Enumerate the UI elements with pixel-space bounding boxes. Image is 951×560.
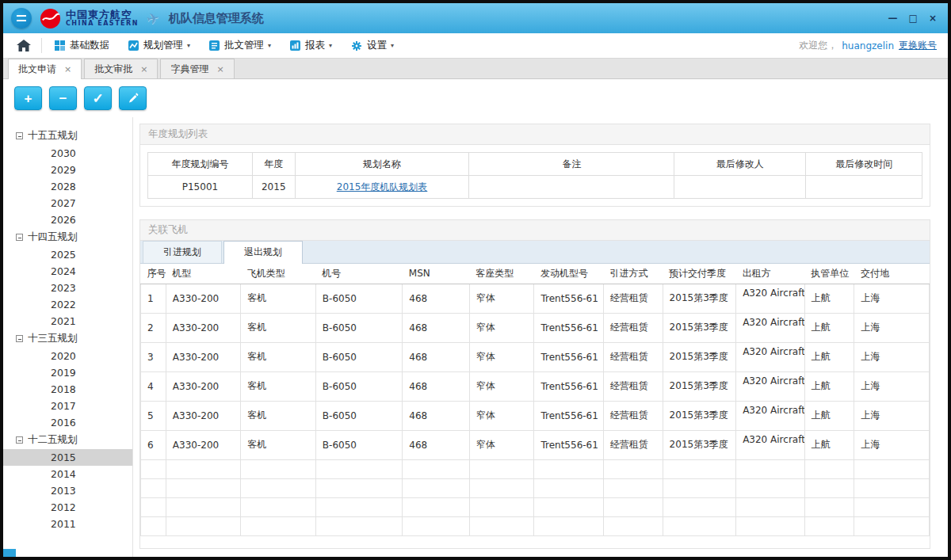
tree-item-2025[interactable]: 2025 [3,246,132,263]
tree-item-2021[interactable]: 2021 [3,313,132,330]
aircraft-row[interactable]: 5A330-200客机B-6050468窄体Trent556-61经营租赁201… [141,401,930,430]
tree-item-2014[interactable]: 2014 [3,466,132,482]
collapse-icon[interactable] [16,436,23,444]
aircraft-cell: 窄体 [469,430,534,459]
aircraft-cell: A320 Aircraft [736,342,805,371]
tree-item-2026[interactable]: 2026 [3,211,132,228]
tree-item-2022[interactable]: 2022 [3,296,132,313]
tree-item-2016[interactable]: 2016 [3,414,132,431]
menu-item-4[interactable]: 报表▾ [281,33,342,58]
aircraft-cell: 经营租赁 [603,284,663,313]
ac-col-header: 机号 [315,264,402,284]
aircraft-tabs: 引进规划退出规划 [140,241,930,264]
aircraft-cell: 上海 [854,430,930,459]
tree-item-2019[interactable]: 2019 [3,364,132,381]
close-button[interactable]: × [929,13,937,23]
add-button[interactable]: + [14,86,42,110]
aircraft-cell: 6 [141,430,166,459]
aircraft-cell: 468 [403,284,470,313]
plan-row[interactable]: P1500120152015年度机队规划表 [148,176,922,199]
menu-item-5[interactable]: 设置▾ [342,33,403,58]
tab-2[interactable]: 批文审批× [84,59,158,78]
aircraft-cell: 经营租赁 [603,313,663,342]
aircraft-panel: 关联飞机 引进规划退出规划 序号机型飞机类型机号MSN客座类型发动机型号引进方式… [139,219,930,549]
aircraft-cell: A320 Aircraft [736,313,805,342]
tree-item-2023[interactable]: 2023 [3,280,132,296]
menu-bars-icon [17,15,26,21]
ac-col-header: 机型 [166,264,241,284]
tree-group-2[interactable]: 十四五规划 [3,228,132,246]
plan-cell: 2015年度机队规划表 [295,176,469,199]
close-icon[interactable]: × [64,65,71,74]
aircraft-cell: 窄体 [469,313,534,342]
switch-account-link[interactable]: 更换账号 [899,39,937,52]
aircraft-cell: 上航 [804,430,854,459]
aircraft-cell: Trent556-61 [534,371,604,401]
tree-item-2018[interactable]: 2018 [3,381,132,398]
aircraft-cell: 经营租赁 [603,342,663,371]
tree-item-2029[interactable]: 2029 [3,162,132,178]
plan-cell: P15001 [148,176,253,199]
tree-item-2012[interactable]: 2012 [3,499,132,516]
home-button[interactable] [10,33,38,58]
tab-3[interactable]: 字典管理× [160,59,234,78]
plan-col-header: 最后修改人 [674,153,806,176]
aircraft-cell: A330-200 [166,342,241,371]
app-menu-icon[interactable] [11,8,32,29]
tree-item-2024[interactable]: 2024 [3,263,132,280]
tree-item-2015[interactable]: 2015 [3,449,132,466]
aircraft-row[interactable]: 6A330-200客机B-6050468窄体Trent556-61经营租赁201… [141,430,930,459]
empty-row [141,516,930,535]
close-icon[interactable]: × [140,65,147,74]
close-icon[interactable]: × [216,65,223,74]
tree-item-2027[interactable]: 2027 [3,195,132,211]
tree-item-2030[interactable]: 2030 [3,145,132,162]
maximize-button[interactable]: □ [909,13,918,23]
aircraft-row[interactable]: 3A330-200客机B-6050468窄体Trent556-61经营租赁201… [141,342,930,371]
aircraft-cell: B-6050 [315,284,402,313]
aircraft-panel-title: 关联飞机 [140,220,930,241]
collapse-icon[interactable] [16,234,23,241]
ac-table-head: 序号机型飞机类型机号MSN客座类型发动机型号引进方式预计交付季度出租方执管单位交… [141,264,930,284]
menu-item-2[interactable]: 规划管理▾ [119,33,200,58]
tree-item-2028[interactable]: 2028 [3,178,132,195]
tree-item-2020[interactable]: 2020 [3,348,132,364]
aircraft-cell: 上航 [804,401,854,430]
confirm-button[interactable]: ✓ [84,86,112,110]
aircraft-row[interactable]: 2A330-200客机B-6050468窄体Trent556-61经营租赁201… [141,313,930,342]
tree-group-3[interactable]: 十三五规划 [3,330,132,348]
aircraft-row[interactable]: 4A330-200客机B-6050468窄体Trent556-61经营租赁201… [141,371,930,401]
tree-group-4[interactable]: 十二五规划 [3,431,132,449]
aircraft-cell: A330-200 [166,401,241,430]
menu-item-1[interactable]: 基础数据 [45,33,119,58]
aircraft-tab-1[interactable]: 引进规划 [143,241,222,263]
tree-group-1[interactable]: 十五五规划 [3,127,132,145]
tree-item-2013[interactable]: 2013 [3,482,132,499]
tree-item-2017[interactable]: 2017 [3,398,132,414]
menu-item-3[interactable]: 批文管理▾ [200,33,281,58]
aircraft-cell: 上航 [804,313,854,342]
china-eastern-logo: 中国東方航空 CHINA EASTERN [40,8,139,29]
aircraft-cell: B-6050 [315,401,402,430]
edit-button[interactable] [119,86,147,110]
plan-table-head: 年度规划编号年度规划名称备注最后修改人最后修改时间 [148,153,922,176]
remove-button[interactable]: − [49,86,77,110]
empty-row [141,459,930,478]
minimize-button[interactable]: — [888,13,898,23]
plan-cell [806,176,922,199]
plan-name-link[interactable]: 2015年度机队规划表 [337,181,428,192]
aircraft-cell: 客机 [241,401,316,430]
ac-col-header: 飞机类型 [241,264,316,284]
tab-1[interactable]: 批文申请× [8,59,82,79]
aircraft-cell: 经营租赁 [603,401,663,430]
collapse-icon[interactable] [16,132,23,139]
report-icon [290,40,300,51]
swallow-logo-icon [40,8,61,29]
aircraft-tab-2[interactable]: 退出规划 [223,241,303,264]
empty-row [141,478,930,497]
aircraft-cell: 5 [141,401,166,430]
collapse-icon[interactable] [16,335,23,342]
aircraft-cell: 窄体 [469,342,534,371]
tree-item-2011[interactable]: 2011 [3,516,132,532]
aircraft-row[interactable]: 1A330-200客机B-6050468窄体Trent556-61经营租赁201… [141,284,930,313]
